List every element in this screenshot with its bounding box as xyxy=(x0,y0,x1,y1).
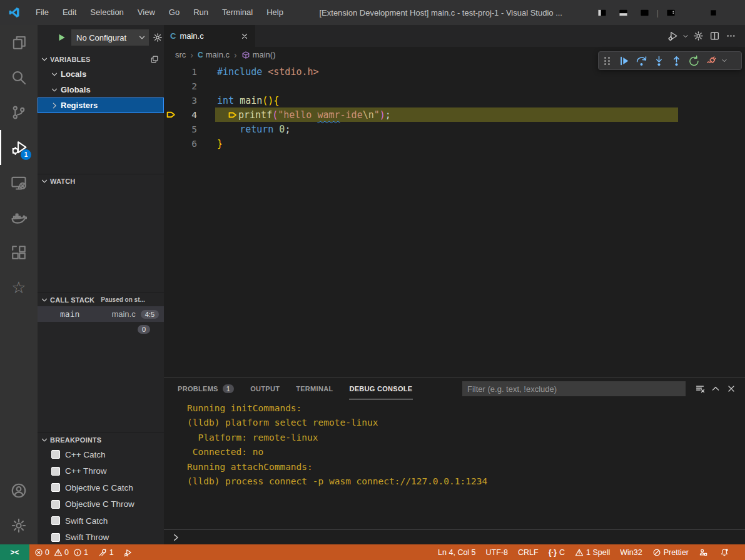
maximize-panel-icon[interactable] xyxy=(707,381,723,397)
breadcrumb-item-main[interactable]: main() xyxy=(241,50,276,59)
status-item-tasks[interactable]: 1 xyxy=(93,544,119,560)
toggle-secondary-sidebar-button[interactable] xyxy=(634,0,656,25)
breakpoint-checkbox[interactable] xyxy=(51,483,60,492)
breadcrumb-item-src[interactable]: src xyxy=(175,50,186,59)
breakpoint-gutter[interactable] xyxy=(164,108,178,122)
code-editor[interactable]: 1#include <stdio.h>23int main(){4printf(… xyxy=(164,62,745,378)
restart-button[interactable] xyxy=(685,52,702,69)
menu-item-help[interactable]: Help xyxy=(260,4,290,21)
activity-item-explorer[interactable] xyxy=(0,25,38,60)
activity-item-extensions[interactable] xyxy=(0,235,38,270)
code-token: ( xyxy=(262,95,268,106)
breakpoint-gutter[interactable] xyxy=(164,93,178,108)
menu-item-edit[interactable]: Edit xyxy=(56,4,83,21)
account-icon xyxy=(11,482,27,499)
chevron-down-icon[interactable] xyxy=(720,52,729,69)
status-item-encoding[interactable]: UTF-8 xyxy=(481,544,513,560)
debug-console-input[interactable] xyxy=(164,529,745,544)
breakpoint-checkbox[interactable] xyxy=(51,450,60,459)
sidebar-item-globals[interactable]: Globals xyxy=(38,82,164,98)
tab-main-c[interactable]: C main.c xyxy=(164,25,255,47)
breakpoint-gutter[interactable] xyxy=(164,122,178,136)
menu-item-file[interactable]: File xyxy=(29,4,56,21)
toggle-panel-button[interactable] xyxy=(613,0,634,25)
step-out-button[interactable] xyxy=(667,52,685,69)
activity-item-accounts[interactable] xyxy=(0,473,38,508)
run-or-debug-button[interactable] xyxy=(665,25,681,47)
run-dropdown-button[interactable] xyxy=(681,25,690,47)
copy-icon[interactable] xyxy=(150,55,159,64)
activity-item-run-and-debug[interactable]: 1 xyxy=(0,130,38,165)
customize-layout-button[interactable] xyxy=(660,0,681,25)
status-item-notifications[interactable] xyxy=(715,544,736,560)
status-item-platform[interactable]: Win32 xyxy=(615,544,647,560)
clear-console-icon[interactable] xyxy=(692,381,707,397)
close-panel-icon[interactable] xyxy=(723,381,739,397)
breakpoint-checkbox[interactable] xyxy=(51,500,60,509)
watch-header[interactable]: WATCH xyxy=(38,174,164,188)
call-stack-header[interactable]: CALL STACK Paused on st... xyxy=(38,292,164,306)
minimize-button[interactable] xyxy=(681,0,702,25)
breakpoints-header[interactable]: BREAKPOINTS xyxy=(38,432,164,446)
status-item-problems[interactable]: 001 xyxy=(29,544,93,560)
activity-item-remote-explorer[interactable] xyxy=(0,165,38,200)
sidebar-item-registers[interactable]: Registers xyxy=(38,98,164,113)
menu-item-run[interactable]: Run xyxy=(186,4,215,21)
stack-frame-row[interactable]: main main.c 4:5 xyxy=(38,306,164,322)
toggle-sidebar-button[interactable] xyxy=(592,0,613,25)
console-filter-input[interactable] xyxy=(462,381,686,396)
panel-tab-debug-console[interactable]: DEBUG CONSOLE xyxy=(349,378,412,399)
breakpoint-gutter[interactable] xyxy=(164,64,178,79)
breakpoint-gutter[interactable] xyxy=(164,136,178,151)
maximize-button[interactable] xyxy=(702,0,724,25)
breakpoint-objective-c-throw[interactable]: Objective C Throw xyxy=(38,496,164,513)
activity-item-search[interactable] xyxy=(0,60,38,95)
continue-button[interactable] xyxy=(615,52,632,69)
breakpoint-c-throw[interactable]: C++ Throw xyxy=(38,463,164,480)
menu-item-go[interactable]: Go xyxy=(162,4,186,21)
breakpoint-swift-throw[interactable]: Swift Throw xyxy=(38,529,164,545)
status-item-cursor-position[interactable]: Ln 4, Col 5 xyxy=(433,544,480,560)
step-into-button[interactable] xyxy=(650,52,667,69)
close-tab-icon[interactable] xyxy=(240,32,249,41)
close-window-button[interactable] xyxy=(724,0,745,25)
status-item-prettier[interactable]: Prettier xyxy=(647,544,694,560)
menu-item-terminal[interactable]: Terminal xyxy=(215,4,260,21)
breakpoint-c-catch[interactable]: C++ Catch xyxy=(38,446,164,463)
status-item-feedback[interactable] xyxy=(694,544,715,560)
split-editor-button[interactable] xyxy=(706,25,722,47)
status-item-spell-status[interactable]: 1 Spell xyxy=(570,544,615,560)
breadcrumb-item-main-c[interactable]: Cmain.c xyxy=(198,50,230,59)
step-over-button[interactable] xyxy=(632,52,650,69)
breakpoint-swift-catch[interactable]: Swift Catch xyxy=(38,512,164,529)
breakpoint-objective-c-catch[interactable]: Objective C Catch xyxy=(38,479,164,496)
disconnect-button[interactable] xyxy=(702,52,720,69)
status-item-eol[interactable]: CRLF xyxy=(513,544,544,560)
status-item-debug-status[interactable] xyxy=(119,544,140,560)
configure-launch-icon[interactable] xyxy=(153,32,163,42)
panel-tab-output[interactable]: OUTPUT xyxy=(250,378,280,399)
c-lang-icon: C xyxy=(198,51,203,59)
remote-indicator[interactable]: >< xyxy=(0,544,29,560)
variables-header[interactable]: VARIABLES xyxy=(38,52,164,66)
configure-button[interactable] xyxy=(690,25,706,47)
breakpoint-checkbox[interactable] xyxy=(51,467,60,476)
activity-item-docker[interactable] xyxy=(0,200,38,235)
activity-item-wamr-ide[interactable]: ☆ xyxy=(0,270,38,305)
start-debugging-icon[interactable] xyxy=(56,32,66,42)
panel-tab-terminal[interactable]: TERMINAL xyxy=(296,378,333,399)
breakpoint-checkbox[interactable] xyxy=(51,516,60,525)
breakpoint-checkbox[interactable] xyxy=(51,533,60,542)
panel-tab-problems[interactable]: PROBLEMS1 xyxy=(178,378,234,399)
sidebar-item-locals[interactable]: Locals xyxy=(38,66,164,82)
menu-item-selection[interactable]: Selection xyxy=(83,4,130,21)
debug-configuration-select[interactable]: No Configurat xyxy=(71,29,149,46)
status-right: Ln 4, Col 5UTF-8CRLF{·}C1 SpellWin32Pret… xyxy=(433,544,745,560)
breakpoint-gutter[interactable] xyxy=(164,79,178,93)
menu-item-view[interactable]: View xyxy=(131,4,162,21)
activity-item-manage[interactable] xyxy=(0,508,38,543)
more-actions-button[interactable] xyxy=(722,25,739,47)
toolbar-drag-handle[interactable] xyxy=(604,57,611,65)
activity-item-source-control[interactable] xyxy=(0,95,38,130)
status-item-language-mode[interactable]: {·}C xyxy=(544,544,570,560)
